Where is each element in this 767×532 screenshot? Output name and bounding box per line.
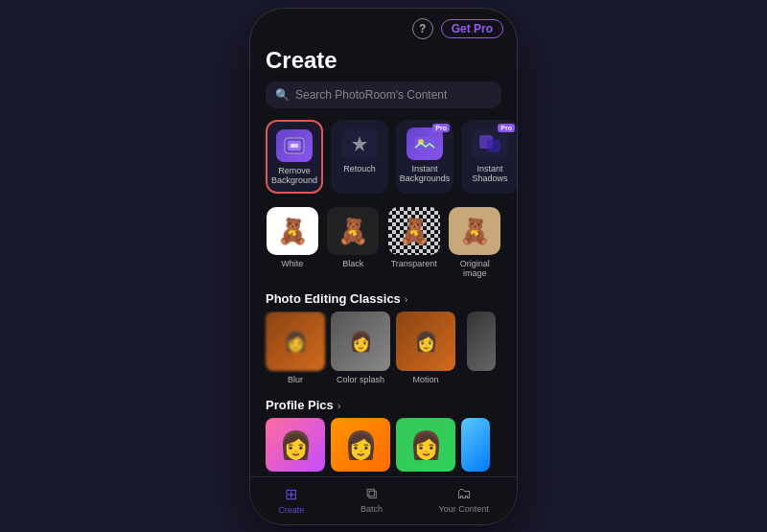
bg-label-black: Black	[342, 259, 363, 268]
profile-thumb-4[interactable]	[461, 418, 490, 472]
your-content-nav-icon: 🗂	[456, 485, 472, 502]
photo-thumb-color-splash: 👩	[331, 312, 390, 371]
bg-thumb-black: 🧸	[327, 207, 379, 255]
tool-card-retouch[interactable]: Retouch	[331, 120, 388, 195]
help-icon[interactable]: ?	[412, 18, 433, 39]
svg-rect-7	[487, 139, 500, 152]
create-nav-icon: ⊞	[285, 485, 297, 503]
bg-option-transparent[interactable]: 🧸 Transparent	[387, 207, 441, 278]
search-icon: 🔍	[275, 88, 290, 102]
profile-thumb-2[interactable]: 👩	[331, 418, 390, 472]
bg-thumb-transparent: 🧸	[388, 207, 440, 255]
profile-pics-section-header[interactable]: Profile Pics ›	[250, 394, 517, 418]
photo-card-extra[interactable]	[461, 312, 501, 384]
get-pro-button[interactable]: Get Pro	[441, 19, 503, 38]
nav-item-create[interactable]: ⊞ Create	[278, 485, 304, 515]
batch-nav-icon: ⧉	[366, 485, 377, 502]
tool-label-instant-shadows: Instant Shadows	[465, 164, 515, 185]
profile-pics-row: 👩 👩 👩	[250, 418, 517, 479]
batch-nav-label: Batch	[360, 504, 383, 514]
photo-editing-title: Photo Editing Classics	[266, 291, 401, 306]
profile-pics-title: Profile Pics	[266, 398, 334, 412]
phone-container: ? Get Pro Create 🔍 Search PhotoRoom's Co…	[249, 8, 518, 525]
photo-card-color-splash[interactable]: 👩 Color splash	[331, 312, 390, 384]
photo-label-color-splash: Color splash	[337, 375, 384, 384]
page-title: Create	[250, 43, 517, 81]
svg-rect-2	[291, 144, 298, 148]
bg-option-white[interactable]: 🧸 White	[266, 207, 319, 278]
pro-badge-instant-bg: Pro	[432, 124, 450, 132]
bg-thumb-white: 🧸	[267, 207, 318, 255]
tool-card-instant-shadows[interactable]: Pro Instant Shadows	[461, 120, 517, 195]
bg-label-white: White	[281, 259, 303, 268]
photo-thumb-blur: 👩	[266, 312, 325, 371]
tool-label-retouch: Retouch	[343, 164, 376, 174]
photo-editing-row: 👩 Blur 👩 Color splash 👩 Motion	[250, 312, 517, 394]
photo-card-blur[interactable]: 👩 Blur	[266, 312, 325, 384]
create-nav-label: Create	[278, 505, 304, 515]
svg-rect-4	[415, 137, 434, 150]
search-placeholder: Search PhotoRoom's Content	[295, 88, 447, 102]
nav-item-your-content[interactable]: 🗂 Your Content	[438, 485, 488, 515]
bg-option-black[interactable]: 🧸 Black	[327, 207, 381, 278]
bg-label-transparent: Transparent	[391, 259, 437, 268]
bg-label-original: Original image	[449, 259, 502, 278]
photo-editing-section-header[interactable]: Photo Editing Classics ›	[250, 288, 517, 312]
photo-label-motion: Motion	[412, 375, 438, 384]
svg-marker-3	[352, 136, 367, 151]
your-content-nav-label: Your Content	[438, 504, 488, 514]
bg-thumb-original: 🧸	[449, 207, 500, 255]
bg-options-row: 🧸 White 🧸 Black 🧸 Transparent 🧸 Original…	[250, 207, 517, 288]
pro-badge-instant-shadows: Pro	[498, 124, 515, 132]
photo-thumb-extra	[467, 312, 496, 371]
photo-label-blur: Blur	[288, 375, 303, 384]
tool-label-remove-bg: RemoveBackground	[271, 166, 317, 187]
nav-item-batch[interactable]: ⧉ Batch	[360, 485, 383, 515]
retouch-icon	[341, 127, 378, 160]
tools-row: RemoveBackground Retouch Pro InstantBack…	[250, 120, 517, 208]
header: ? Get Pro	[250, 9, 517, 43]
instant-bg-icon	[407, 127, 443, 160]
profile-pics-chevron: ›	[337, 400, 341, 411]
bg-option-original[interactable]: 🧸 Original image	[449, 207, 502, 278]
search-bar[interactable]: 🔍 Search PhotoRoom's Content	[266, 81, 501, 108]
tool-card-instant-bg[interactable]: Pro InstantBackgrounds	[396, 120, 453, 195]
remove-bg-icon	[276, 129, 313, 162]
tool-label-instant-bg: InstantBackgrounds	[400, 164, 451, 185]
photo-card-motion[interactable]: 👩 Motion	[396, 312, 455, 384]
tool-card-remove-bg[interactable]: RemoveBackground	[266, 120, 323, 195]
instant-shadows-icon	[472, 127, 508, 160]
bottom-nav: ⊞ Create ⧉ Batch 🗂 Your Content	[250, 476, 517, 524]
photo-thumb-motion: 👩	[396, 312, 455, 371]
profile-thumb-1[interactable]: 👩	[266, 418, 325, 472]
photo-editing-chevron: ›	[405, 293, 408, 305]
profile-thumb-3[interactable]: 👩	[396, 418, 455, 472]
